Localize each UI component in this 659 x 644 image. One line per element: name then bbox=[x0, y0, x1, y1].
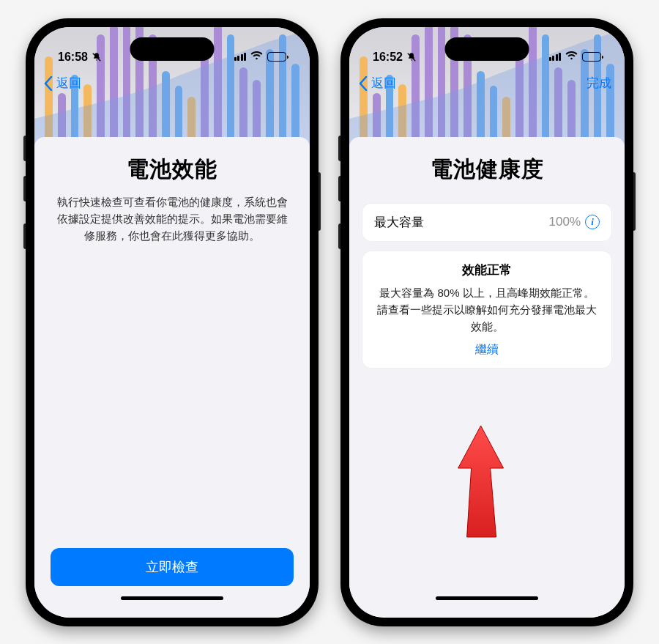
nav-bar: 返回 完成 bbox=[349, 67, 625, 100]
chevron-left-icon bbox=[358, 76, 368, 91]
performance-body: 最大容量為 80% 以上，且高峰期效能正常。請查看一些提示以瞭解如何充分發揮電池… bbox=[374, 284, 600, 336]
wifi-icon bbox=[250, 51, 263, 64]
content-sheet: 電池效能 執行快速檢查可查看你電池的健康度，系統也會依據設定提供改善效能的提示。… bbox=[34, 137, 310, 618]
silent-mode-icon bbox=[406, 52, 417, 62]
info-icon[interactable]: i bbox=[585, 215, 600, 229]
max-capacity-value: 100% bbox=[549, 215, 581, 229]
check-now-button[interactable]: 立即檢查 bbox=[51, 548, 294, 586]
performance-card: 效能正常 最大容量為 80% 以上，且高峰期效能正常。請查看一些提示以瞭解如何充… bbox=[362, 251, 611, 369]
home-indicator[interactable] bbox=[436, 596, 538, 600]
dynamic-island bbox=[445, 37, 529, 61]
max-capacity-card[interactable]: 最大容量 100% i bbox=[362, 204, 611, 241]
wifi-icon bbox=[565, 51, 578, 64]
chevron-left-icon bbox=[43, 76, 53, 91]
phone-frame-right: 16:52 返回 完成 bbox=[340, 18, 633, 626]
cellular-icon bbox=[549, 53, 562, 61]
performance-heading: 效能正常 bbox=[374, 262, 600, 278]
page-title: 電池健康度 bbox=[362, 155, 611, 185]
cellular-icon bbox=[234, 53, 247, 61]
screen-right: 16:52 返回 完成 bbox=[349, 27, 625, 618]
screen-left: 16:58 返回 bbox=[34, 27, 310, 618]
done-button[interactable]: 完成 bbox=[587, 75, 616, 92]
back-button[interactable]: 返回 bbox=[358, 75, 396, 92]
continue-link[interactable]: 繼續 bbox=[374, 342, 600, 358]
status-time: 16:52 bbox=[373, 51, 403, 64]
status-time: 16:58 bbox=[58, 51, 88, 64]
back-button[interactable]: 返回 bbox=[43, 75, 81, 92]
back-label: 返回 bbox=[371, 75, 396, 92]
silent-mode-icon bbox=[92, 52, 102, 62]
max-capacity-label: 最大容量 bbox=[374, 214, 424, 231]
content-sheet: 電池健康度 最大容量 100% i 效能正常 最大容量為 80% 以上，且高峰期… bbox=[349, 137, 625, 618]
page-title: 電池效能 bbox=[48, 155, 297, 185]
phone-frame-left: 16:58 返回 bbox=[26, 18, 319, 626]
battery-icon bbox=[582, 52, 601, 62]
nav-bar: 返回 bbox=[34, 67, 310, 100]
battery-icon bbox=[267, 52, 286, 62]
dynamic-island bbox=[130, 37, 215, 61]
page-description: 執行快速檢查可查看你電池的健康度，系統也會依據設定提供改善效能的提示。如果電池需… bbox=[48, 193, 297, 245]
back-label: 返回 bbox=[56, 75, 81, 92]
home-indicator[interactable] bbox=[121, 596, 223, 600]
